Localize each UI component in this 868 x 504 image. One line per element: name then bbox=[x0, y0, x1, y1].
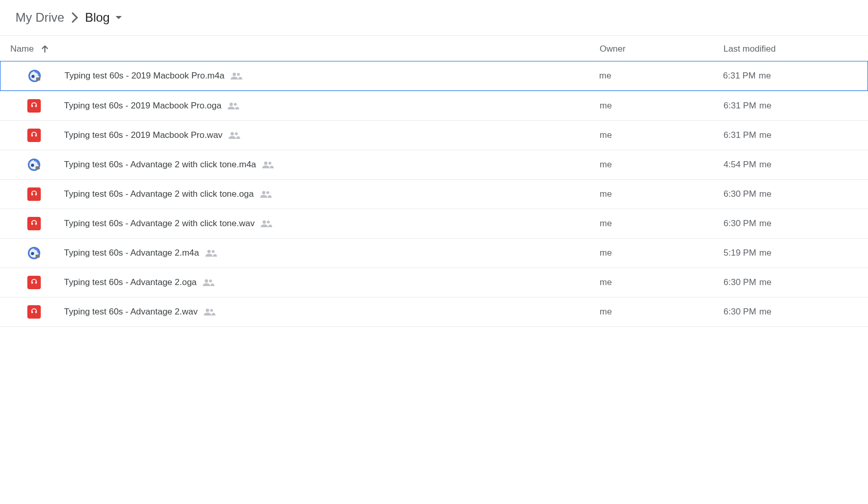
file-name: Typing test 60s - 2019 Macbook Pro.m4a bbox=[65, 71, 224, 81]
file-row[interactable]: Typing test 60s - 2019 Macbook Pro.ogame… bbox=[0, 91, 868, 120]
file-name-cell: Typing test 60s - Advantage 2.m4a bbox=[10, 246, 600, 260]
svg-point-5 bbox=[237, 73, 240, 76]
file-row[interactable]: Typing test 60s - Advantage 2.ogame6:30 … bbox=[0, 267, 868, 297]
file-type-icon bbox=[27, 216, 41, 231]
svg-point-22 bbox=[31, 252, 34, 255]
audio-file-icon bbox=[27, 217, 41, 230]
file-modified: 6:31 PMme bbox=[724, 130, 858, 140]
file-name: Typing test 60s - Advantage 2 with click… bbox=[64, 189, 254, 199]
file-type-icon bbox=[27, 69, 42, 83]
file-modified: 4:54 PMme bbox=[724, 160, 858, 170]
svg-point-8 bbox=[231, 132, 234, 135]
file-row[interactable]: Typing test 60s - 2019 Macbook Pro.wavme… bbox=[0, 120, 868, 150]
chevron-right-icon bbox=[72, 12, 78, 23]
modified-time: 6:30 PM bbox=[724, 189, 756, 199]
file-name: Typing test 60s - 2019 Macbook Pro.oga bbox=[64, 101, 221, 111]
file-modified: 6:30 PMme bbox=[724, 307, 858, 317]
file-type-icon bbox=[27, 275, 41, 290]
svg-point-25 bbox=[212, 250, 215, 253]
modified-by: me bbox=[759, 71, 771, 81]
file-row[interactable]: Typing test 60s - Advantage 2 with click… bbox=[0, 209, 868, 238]
shared-icon bbox=[230, 72, 243, 80]
file-owner: me bbox=[600, 160, 724, 170]
file-name-cell: Typing test 60s - Advantage 2 with click… bbox=[10, 216, 600, 231]
file-list: Typing test 60s - 2019 Macbook Pro.m4ame… bbox=[0, 61, 868, 327]
shared-icon bbox=[227, 102, 240, 110]
column-name-label: Name bbox=[10, 44, 34, 54]
file-name: Typing test 60s - Advantage 2 with click… bbox=[64, 160, 256, 170]
svg-point-4 bbox=[233, 73, 236, 76]
file-name: Typing test 60s - Advantage 2.m4a bbox=[64, 248, 199, 258]
file-name: Typing test 60s - 2019 Macbook Pro.wav bbox=[64, 130, 222, 140]
file-name-cell: Typing test 60s - Advantage 2.wav bbox=[10, 305, 600, 319]
dropdown-caret-icon[interactable] bbox=[115, 15, 122, 20]
audio-file-icon bbox=[27, 129, 41, 142]
file-row[interactable]: Typing test 60s - Advantage 2 with click… bbox=[0, 150, 868, 179]
svg-rect-23 bbox=[36, 255, 40, 258]
file-owner: me bbox=[600, 307, 724, 317]
file-name-cell: Typing test 60s - Advantage 2 with click… bbox=[10, 158, 600, 172]
file-owner: me bbox=[600, 277, 724, 288]
file-row[interactable]: Typing test 60s - Advantage 2.m4ame5:19 … bbox=[0, 238, 868, 267]
file-row[interactable]: Typing test 60s - Advantage 2.wavme6:30 … bbox=[0, 297, 868, 327]
file-name-cell: Typing test 60s - 2019 Macbook Pro.wav bbox=[10, 128, 600, 143]
modified-time: 6:30 PM bbox=[724, 307, 756, 317]
file-type-icon bbox=[27, 99, 41, 113]
modified-time: 6:31 PM bbox=[724, 130, 756, 140]
shared-icon bbox=[204, 249, 218, 257]
file-modified: 6:30 PMme bbox=[724, 277, 858, 288]
modified-by: me bbox=[759, 218, 771, 229]
breadcrumb: My Drive Blog bbox=[0, 10, 868, 36]
file-owner: me bbox=[599, 71, 723, 81]
svg-point-14 bbox=[264, 162, 267, 165]
svg-rect-13 bbox=[36, 166, 40, 169]
column-header-name[interactable]: Name bbox=[10, 44, 600, 54]
file-name: Typing test 60s - Advantage 2.oga bbox=[64, 277, 197, 288]
media-file-icon bbox=[27, 246, 41, 260]
svg-point-28 bbox=[206, 309, 209, 312]
file-name-cell: Typing test 60s - 2019 Macbook Pro.m4a bbox=[11, 69, 599, 83]
file-owner: me bbox=[600, 218, 724, 229]
shared-icon bbox=[228, 131, 241, 139]
svg-point-6 bbox=[230, 103, 233, 106]
audio-file-icon bbox=[27, 305, 41, 319]
modified-by: me bbox=[759, 130, 771, 140]
svg-point-2 bbox=[31, 75, 35, 78]
modified-time: 6:31 PM bbox=[723, 71, 756, 81]
modified-time: 6:30 PM bbox=[724, 218, 756, 229]
file-modified: 6:31 PMme bbox=[724, 101, 858, 111]
file-type-icon bbox=[27, 305, 41, 319]
modified-by: me bbox=[759, 248, 771, 258]
modified-time: 6:30 PM bbox=[724, 277, 756, 288]
file-type-icon bbox=[27, 187, 41, 201]
modified-time: 5:19 PM bbox=[724, 248, 756, 258]
media-file-icon bbox=[28, 69, 41, 83]
file-owner: me bbox=[600, 101, 724, 111]
media-file-icon bbox=[27, 158, 41, 171]
svg-rect-3 bbox=[36, 77, 40, 81]
audio-file-icon bbox=[27, 187, 41, 201]
file-name-cell: Typing test 60s - 2019 Macbook Pro.oga bbox=[10, 99, 600, 113]
breadcrumb-current[interactable]: Blog bbox=[85, 10, 110, 25]
modified-by: me bbox=[759, 160, 771, 170]
modified-time: 4:54 PM bbox=[724, 160, 756, 170]
file-modified: 5:19 PMme bbox=[724, 248, 858, 258]
column-header-modified[interactable]: Last modified bbox=[724, 44, 858, 54]
file-type-icon bbox=[27, 246, 41, 260]
file-name: Typing test 60s - Advantage 2.wav bbox=[64, 307, 198, 317]
file-row[interactable]: Typing test 60s - 2019 Macbook Pro.m4ame… bbox=[0, 61, 868, 91]
svg-point-24 bbox=[207, 250, 211, 253]
shared-icon bbox=[259, 190, 272, 198]
svg-point-17 bbox=[266, 191, 269, 194]
modified-by: me bbox=[759, 101, 771, 111]
breadcrumb-root[interactable]: My Drive bbox=[15, 10, 65, 25]
file-name: Typing test 60s - Advantage 2 with click… bbox=[64, 218, 254, 229]
file-name-cell: Typing test 60s - Advantage 2 with click… bbox=[10, 187, 600, 201]
file-row[interactable]: Typing test 60s - Advantage 2 with click… bbox=[0, 179, 868, 209]
svg-point-7 bbox=[234, 103, 237, 106]
svg-point-16 bbox=[262, 191, 265, 194]
file-owner: me bbox=[600, 130, 724, 140]
column-header-owner[interactable]: Owner bbox=[600, 44, 724, 54]
audio-file-icon bbox=[27, 276, 41, 289]
shared-icon bbox=[202, 278, 215, 287]
